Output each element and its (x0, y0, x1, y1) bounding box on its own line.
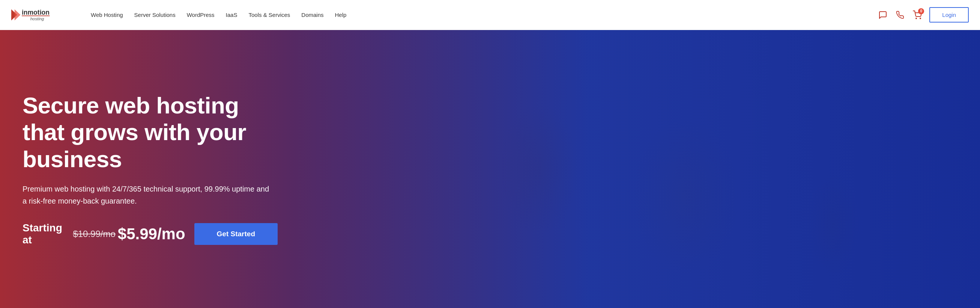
hero-section: Secure web hosting that grows with your … (0, 30, 980, 308)
hero-content: Secure web hosting that grows with your … (0, 92, 300, 246)
svg-point-5 (916, 18, 916, 19)
nav-wordpress[interactable]: WordPress (182, 9, 219, 21)
hero-price-row: Starting at $10.99/mo $5.99/mo Get Start… (22, 222, 278, 246)
hero-title: Secure web hosting that grows with your … (22, 92, 278, 172)
cart-badge: 0 (918, 8, 924, 14)
nav-iaas[interactable]: IaaS (221, 9, 242, 21)
new-price: $5.99/mo (118, 225, 185, 243)
old-price: $10.99/mo (73, 229, 115, 239)
chat-icon[interactable] (878, 10, 888, 20)
svg-text:inmotion: inmotion (22, 8, 49, 16)
nav-domains[interactable]: Domains (297, 9, 328, 21)
nav-actions: 0 Login (878, 7, 969, 22)
starting-text: Starting at (22, 222, 70, 246)
login-button[interactable]: Login (929, 7, 969, 22)
navbar: inmotion hosting Web Hosting Server Solu… (0, 0, 980, 30)
svg-text:hosting: hosting (30, 16, 44, 21)
nav-server-solutions[interactable]: Server Solutions (130, 9, 180, 21)
hero-pricing: Starting at $10.99/mo $5.99/mo (22, 222, 185, 246)
svg-marker-1 (14, 9, 21, 20)
logo[interactable]: inmotion hosting (11, 6, 71, 24)
svg-rect-4 (22, 15, 49, 16)
nav-help[interactable]: Help (331, 9, 351, 21)
nav-links: Web Hosting Server Solutions WordPress I… (86, 9, 878, 21)
nav-web-hosting[interactable]: Web Hosting (86, 9, 127, 21)
svg-point-6 (920, 18, 921, 19)
get-started-button[interactable]: Get Started (194, 223, 278, 245)
nav-tools-services[interactable]: Tools & Services (244, 9, 294, 21)
phone-icon[interactable] (895, 10, 905, 20)
cart-icon[interactable]: 0 (912, 10, 923, 20)
hero-subtitle: Premium web hosting with 24/7/365 techni… (22, 183, 270, 207)
